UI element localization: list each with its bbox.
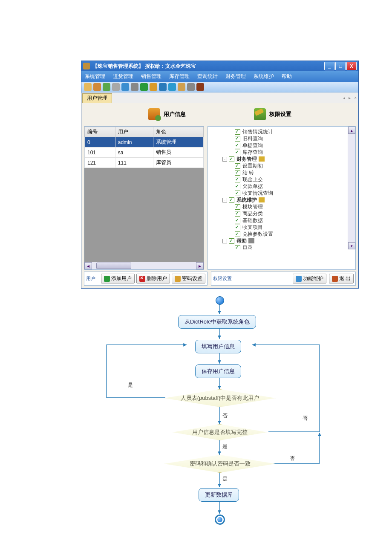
tree-node[interactable]: 结 转 [216,169,355,176]
toolbar-icon-3[interactable] [103,83,110,91]
password-button[interactable]: 密码设置 [172,274,205,283]
tree-node[interactable]: 模块管理 [216,203,355,210]
tree-node[interactable]: -财务管理 [216,156,355,162]
checkbox[interactable] [235,136,240,142]
tree-node[interactable]: 库存查询 [216,149,355,156]
toolbar-icon-7[interactable] [140,83,148,91]
checkbox[interactable] [235,211,240,217]
app-icon [83,63,90,69]
table-empty-area [84,168,204,262]
toolbar-icon-13[interactable] [196,83,204,91]
tab-prev[interactable]: ◂ [341,95,347,100]
section-permission[interactable]: 权限设置 [254,108,291,120]
checkbox[interactable] [235,143,240,148]
tree-node[interactable]: 现金上交 [216,176,355,183]
scroll-up-button[interactable]: ▴ [348,127,355,134]
checkbox[interactable] [235,245,240,250]
checkbox[interactable] [229,238,234,244]
scroll-down-button[interactable]: ▾ [348,242,355,249]
function-maintain-button[interactable]: 功能维护 [293,274,326,283]
menu-maintenance[interactable]: 系统维护 [253,72,275,81]
menu-purchase[interactable]: 进货管理 [112,72,134,81]
toolbar-icon-12[interactable] [187,83,195,91]
toolbar-icon-6[interactable] [131,83,138,91]
tree-node[interactable]: 欠款单据 [216,183,355,190]
toolbar-icon-9[interactable] [159,83,167,91]
scroll-thumb[interactable] [96,263,131,269]
label-no-3: 否 [290,455,295,462]
tab-close[interactable]: × [352,95,358,100]
toolbar-icon-8[interactable] [150,83,157,91]
minimize-button[interactable]: _ [324,62,334,70]
h-scrollbar[interactable]: ◂ ▸ [84,262,204,269]
table-row[interactable]: 101sa销售员 [85,147,204,158]
menu-finance[interactable]: 财务管理 [225,72,247,81]
menu-query[interactable]: 查询统计 [196,72,219,81]
col-user[interactable]: 用户 [115,127,153,137]
checkbox[interactable] [229,197,234,203]
checkbox[interactable] [235,177,240,182]
tree-label: 欠款单据 [242,183,263,190]
tree-node[interactable]: 基础数据 [216,217,355,224]
toolbar-icon-11[interactable] [178,83,185,91]
col-id[interactable]: 编号 [85,127,115,137]
add-user-button[interactable]: 添加用户 [101,274,135,283]
scroll-right-button[interactable]: ▸ [196,262,204,269]
checkbox[interactable] [235,184,240,189]
v-scrollbar[interactable]: ▴ ▾ [348,127,355,249]
tree-node[interactable]: 设置期初 [216,162,355,169]
checkbox[interactable] [235,191,240,196]
collapse-icon[interactable]: - [222,157,227,162]
tree-node[interactable]: -系统维护 [216,197,355,203]
checkbox[interactable] [235,204,240,210]
label-no-2: 否 [303,415,308,422]
tab-next[interactable]: ▸ [347,95,352,100]
col-role[interactable]: 角色 [153,127,203,137]
toolbar-icon-10[interactable] [168,83,176,91]
checkbox[interactable] [235,218,240,223]
tree-node[interactable]: 目录 [216,244,355,249]
menu-inventory[interactable]: 库存管理 [168,72,190,81]
checkbox[interactable] [235,231,240,237]
tree-spacer [229,171,233,175]
toolbar-icon-2[interactable] [93,83,101,91]
toolbar-icon-4[interactable] [112,83,120,91]
checkbox[interactable] [235,170,240,176]
delete-user-button[interactable]: 删除用户 [136,274,170,283]
tab-user-mgmt[interactable]: 用户管理 [82,93,112,103]
tree-node[interactable]: -帮助 [216,237,355,244]
toolbar-icon-5[interactable] [121,83,129,91]
tree-node[interactable]: 旧料查询 [216,135,355,142]
checkbox[interactable] [235,129,240,135]
menu-sales[interactable]: 销售管理 [140,72,162,81]
label-yes-3: 是 [222,475,228,483]
scroll-left-button[interactable]: ◂ [84,262,92,269]
close-button[interactable]: X [346,62,357,70]
tree-node[interactable]: 收支项目 [216,224,355,231]
menu-help[interactable]: 帮助 [281,72,293,81]
folder-icon [259,197,265,202]
table-row[interactable]: 0admin系统管理 [85,137,204,147]
tree-spacer [229,205,233,209]
tree-node[interactable]: 销售情况统计 [216,128,355,135]
tree-node[interactable]: 单据查询 [216,142,355,149]
table-row[interactable]: 121111库管员 [85,158,204,168]
collapse-icon[interactable]: - [222,198,227,202]
tree-node[interactable]: 收支情况查询 [216,190,355,197]
toolbar-icon-1[interactable] [84,83,92,91]
menu-system[interactable]: 系统管理 [84,72,106,81]
checkbox[interactable] [235,163,240,169]
checkbox[interactable] [235,150,240,155]
section-user-info[interactable]: 用户信息 [148,108,186,120]
tree-node[interactable]: 商品分类 [216,210,355,217]
permission-tree[interactable]: 销售情况统计旧料查询单据查询库存查询-财务管理设置期初结 转现金上交欠款单据收支… [208,128,355,249]
exit-button[interactable]: 退 出 [329,274,354,283]
checkbox[interactable] [235,225,240,230]
tabstrip: 用户管理 ◂ ▸ × [81,92,358,103]
maximize-button[interactable]: □ [335,62,346,70]
tree-spacer [229,164,233,168]
collapse-icon[interactable]: - [222,239,227,243]
tree-node[interactable]: 兑换参数设置 [216,231,355,237]
exit-icon [332,276,338,282]
checkbox[interactable] [229,156,234,162]
